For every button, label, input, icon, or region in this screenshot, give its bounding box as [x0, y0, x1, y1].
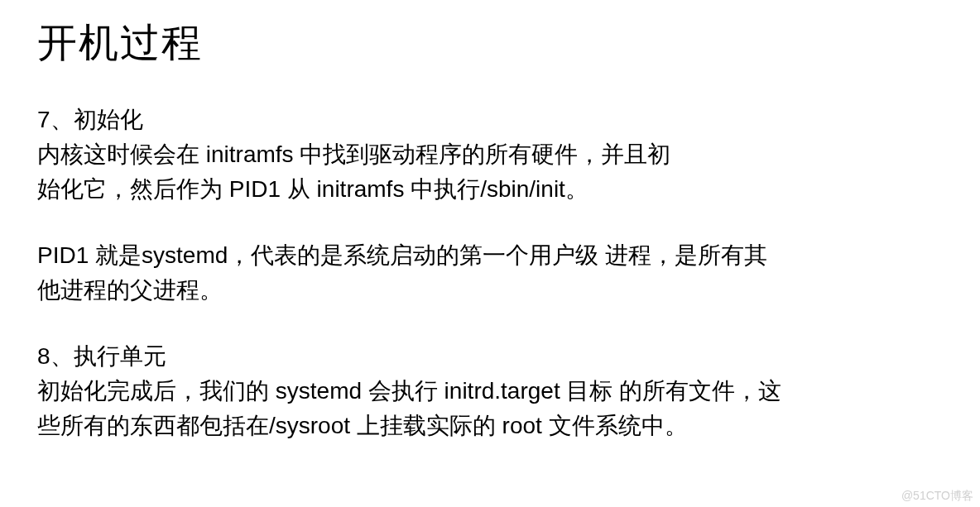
- section-7-line2: 始化它，然后作为 PID1 从 initramfs 中执行/sbin/init。: [37, 172, 943, 207]
- section-7-para2-line2: 他进程的父进程。: [37, 273, 943, 308]
- section-7-heading: 7、初始化: [37, 103, 943, 137]
- section-8-line1: 初始化完成后，我们的 systemd 会执行 initrd.target 目标 …: [37, 374, 943, 409]
- section-8-heading: 8、执行单元: [37, 339, 943, 374]
- section-7-para2-line1: PID1 就是systemd，代表的是系统启动的第一个用户级 进程，是所有其: [37, 238, 943, 273]
- section-8-block: 8、执行单元 初始化完成后，我们的 systemd 会执行 initrd.tar…: [37, 339, 943, 443]
- section-8-line2: 些所有的东西都包括在/sysroot 上挂载实际的 root 文件系统中。: [37, 409, 943, 443]
- section-7-para2-block: PID1 就是systemd，代表的是系统启动的第一个用户级 进程，是所有其 他…: [37, 238, 943, 308]
- page-title: 开机过程: [37, 17, 943, 69]
- watermark-text: @51CTO博客: [901, 489, 973, 504]
- section-7-block: 7、初始化 内核这时候会在 initramfs 中找到驱动程序的所有硬件，并且初…: [37, 103, 943, 207]
- section-7-line1: 内核这时候会在 initramfs 中找到驱动程序的所有硬件，并且初: [37, 137, 943, 172]
